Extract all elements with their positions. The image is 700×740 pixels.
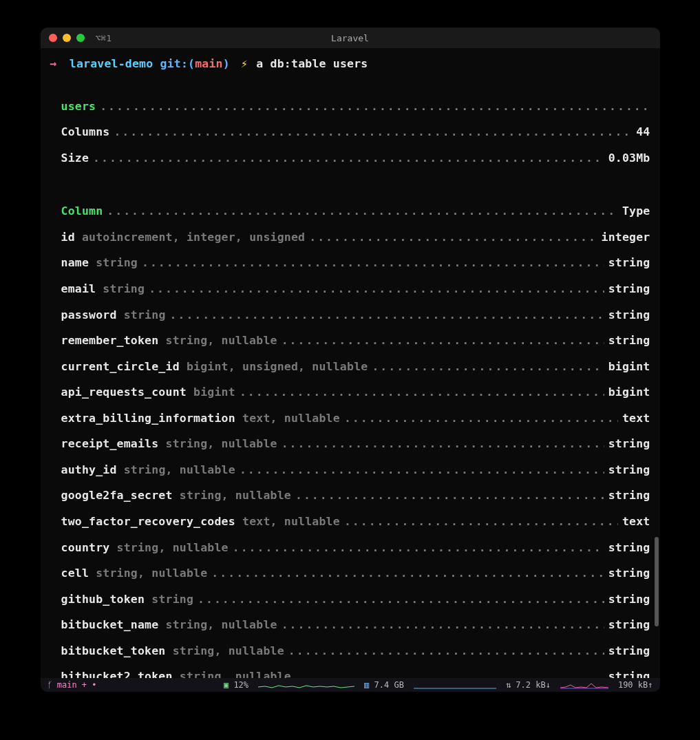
column-attrs: string	[103, 282, 145, 295]
row-right: string	[608, 332, 650, 350]
close-icon[interactable]	[49, 34, 57, 42]
row-left: github_token string	[61, 591, 194, 609]
row-left: remember_token string, nullable	[61, 332, 277, 350]
terminal-window: ⌥⌘1 Laravel → laravel-demo git:(main) ⚡ …	[41, 28, 660, 692]
row-right: string	[608, 461, 650, 479]
row-dots: ........................................…	[288, 642, 604, 660]
command-text: a db:table users	[256, 57, 368, 70]
status-net-down: ⇅ 7.2 kB↓	[506, 680, 551, 690]
table-header-row: users...................................…	[50, 98, 650, 116]
table-row: receipt_emails string, nullable.........…	[50, 435, 650, 453]
row-dots: ........................................…	[344, 410, 618, 427]
column-name: name	[61, 256, 89, 269]
row-dots: ........................................…	[142, 254, 604, 272]
column-attrs: string	[96, 256, 138, 269]
row-dots: ........................................…	[372, 358, 604, 376]
column-name: extra_billing_information	[61, 412, 235, 425]
column-attrs: string, nullable	[166, 437, 277, 450]
column-name: api_requests_count	[61, 385, 187, 399]
git-label: git:	[160, 57, 189, 70]
project-name: laravel-demo	[70, 57, 153, 70]
column-name: id	[61, 231, 75, 244]
table-row: Columns.................................…	[50, 123, 650, 141]
cpu-icon: ▣	[224, 680, 233, 690]
row-left: Columns	[61, 123, 110, 141]
row-dots: ........................................…	[295, 487, 604, 505]
column-attrs: string	[151, 593, 193, 606]
paren-close: )	[223, 57, 230, 70]
row-right: string	[608, 539, 650, 557]
column-attrs: string, nullable	[173, 644, 284, 657]
table-row: remember_token string, nullable.........…	[50, 332, 650, 350]
statusbar: ᚶ main + • ▣ 12% ▥ 7.4 GB ⇅ 7.2 kB↓ 190 …	[41, 678, 660, 692]
status-branch: ᚶ main + •	[47, 680, 97, 690]
summary-section: users...................................…	[50, 98, 650, 167]
disk-sparkline	[414, 681, 496, 689]
column-attrs: string	[124, 308, 166, 321]
column-attrs: string, nullable	[166, 618, 277, 631]
table-header-row: Column..................................…	[50, 202, 650, 220]
status-cpu: ▣ 12%	[224, 680, 248, 690]
traffic-lights	[49, 34, 85, 42]
column-name: bitbucket2_token	[61, 670, 173, 678]
row-right: 0.03Mb	[608, 149, 650, 167]
minimize-icon[interactable]	[63, 34, 71, 42]
table-row: bitbucket_name string, nullable.........…	[50, 616, 650, 634]
row-dots: ........................................…	[114, 123, 632, 141]
lightning-icon: ⚡	[241, 57, 248, 70]
row-left: users	[61, 98, 96, 116]
terminal-body[interactable]: → laravel-demo git:(main) ⚡ a db:table u…	[41, 48, 660, 678]
git-branch: main	[195, 57, 223, 70]
column-name: password	[61, 308, 117, 321]
prompt-line: → laravel-demo git:(main) ⚡ a db:table u…	[50, 55, 650, 73]
column-attrs: bigint	[193, 385, 235, 399]
column-attrs: string, nullable	[96, 567, 207, 580]
row-right: text	[622, 513, 650, 531]
column-attrs: string, nullable	[180, 670, 291, 678]
paren-open: (	[188, 57, 195, 70]
row-right: text	[622, 410, 650, 427]
row-left: authy_id string, nullable	[61, 461, 235, 479]
row-left: current_circle_id bigint, unsigned, null…	[61, 358, 368, 376]
row-right: string	[608, 591, 650, 609]
row-dots: ........................................…	[198, 591, 604, 609]
row-right: 44	[636, 123, 650, 141]
table-row: current_circle_id bigint, unsigned, null…	[50, 358, 650, 376]
column-attrs: string, nullable	[166, 334, 277, 347]
net-sparkline	[560, 681, 608, 689]
table-row: two_factor_recovery_codes text, nullable…	[50, 513, 650, 531]
row-right: Type	[622, 202, 650, 220]
table-row: country string, nullable................…	[50, 539, 650, 557]
row-right: string	[608, 254, 650, 272]
column-name: current_circle_id	[61, 360, 180, 373]
row-right: string	[608, 642, 650, 660]
zoom-icon[interactable]	[76, 34, 85, 42]
disk-icon: ▥	[364, 680, 374, 690]
row-left: bitbucket2_token string, nullable	[61, 668, 291, 678]
row-dots: ........................................…	[282, 435, 604, 453]
column-name: two_factor_recovery_codes	[61, 515, 235, 528]
row-left: bitbucket_name string, nullable	[61, 616, 277, 634]
row-dots: ........................................…	[282, 616, 604, 634]
column-name: country	[61, 541, 110, 554]
table-row: id autoincrement, integer, unsigned.....…	[50, 229, 650, 246]
table-row: Size....................................…	[50, 149, 650, 167]
window-title: Laravel	[331, 33, 369, 43]
table-row: password string.........................…	[50, 306, 650, 324]
scrollbar[interactable]	[655, 537, 659, 626]
column-name: receipt_emails	[61, 437, 159, 450]
column-attrs: string, nullable	[180, 489, 291, 502]
column-name: bitbucket_token	[61, 644, 166, 657]
row-right: string	[608, 280, 650, 298]
table-row: extra_billing_information text, nullable…	[50, 410, 650, 427]
row-left: extra_billing_information text, nullable	[61, 410, 340, 427]
summary-label: Size	[61, 151, 89, 165]
row-dots: ........................................…	[240, 461, 604, 479]
row-dots: ........................................…	[149, 280, 604, 298]
table-row: bitbucket2_token string, nullable.......…	[50, 668, 650, 678]
column-attrs: string, nullable	[117, 541, 229, 554]
column-name: authy_id	[61, 463, 117, 476]
row-right: string	[608, 564, 650, 582]
table-row: email string............................…	[50, 280, 650, 298]
column-attrs: bigint, unsigned, nullable	[187, 360, 368, 373]
